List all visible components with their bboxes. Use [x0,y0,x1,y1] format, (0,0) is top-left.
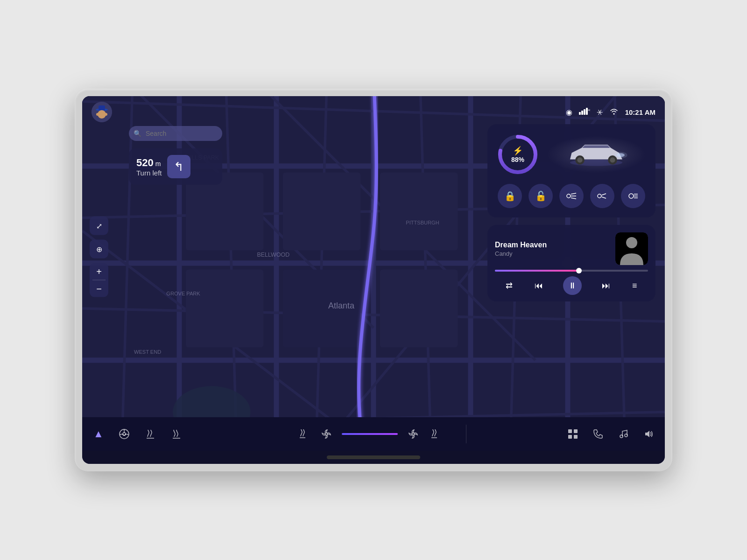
front-heat-button[interactable] [143,427,158,441]
status-icons: ◉ 4G ⚹ [566,107,655,117]
music-controls: ⇄ ⏮ ⏸ ⏭ ≡ [495,276,648,295]
nav-direction: Turn left [136,169,162,177]
shuffle-button[interactable]: ⇄ [504,279,514,293]
music-title: Dream Heaven [495,241,610,249]
unlock-button[interactable]: 🔓 [529,184,553,208]
right-heat-btn[interactable] [429,427,443,441]
svg-point-62 [598,194,601,198]
left-controls: ⤢ ⊕ + − [90,217,108,297]
svg-line-61 [571,198,576,199]
rear-heat-button[interactable] [169,427,184,441]
music-button[interactable] [616,427,630,441]
progress-bar[interactable] [495,270,648,272]
svg-rect-26 [380,173,458,250]
svg-rect-82 [568,435,572,439]
nav-text: 520 m Turn left [136,157,162,177]
search-input[interactable] [129,126,222,141]
toolbar-center [277,427,462,441]
svg-point-65 [629,194,634,198]
pause-button[interactable]: ⏸ [563,276,582,295]
svg-rect-81 [574,429,578,433]
svg-rect-44 [581,111,583,115]
music-panel: Dream Heaven Candy [487,225,655,301]
svg-line-64 [602,197,606,198]
sidelight-button[interactable] [621,184,645,208]
svg-marker-86 [645,431,649,437]
svg-rect-80 [568,429,572,433]
svg-point-57 [614,152,627,158]
vehicle-panel: ⚡ 88% [487,124,655,217]
svg-rect-39 [99,105,105,110]
svg-point-48 [613,113,614,115]
svg-text:WEST END: WEST END [134,349,161,355]
svg-point-70 [626,237,637,248]
signal-icon: 4G [579,107,590,117]
handle-bar [327,455,420,459]
svg-point-41 [96,113,99,116]
map-area: HILLS PARK BELLWOOD GROVE PARK WEST END … [82,96,665,417]
steering-button[interactable] [117,427,132,441]
car-image [546,136,646,173]
location-button[interactable]: ⊕ [90,240,108,259]
prev-button[interactable]: ⏮ [533,279,545,293]
battery-center: ⚡ 88% [511,146,524,163]
toolbar-left: ▲ [92,426,277,442]
top-bar: ◉ 4G ⚹ [82,96,665,128]
svg-text:4G: 4G [588,109,590,112]
nav-instruction: 520 m Turn left ↰ [129,148,222,185]
right-fan-btn[interactable] [406,427,420,441]
headlight-button[interactable] [559,184,584,208]
svg-rect-43 [579,112,581,115]
playlist-button[interactable]: ≡ [630,279,639,293]
search-bar[interactable]: 🔍 [129,126,222,141]
album-art-image [615,232,648,265]
car-svg [564,141,629,168]
svg-text:BELLWOOD: BELLWOOD [257,252,289,258]
expand-button[interactable]: ⤢ [90,217,108,235]
lightning-icon: ⚡ [511,146,524,156]
turn-arrow-icon: ↰ [167,155,190,178]
music-top: Dream Heaven Candy [495,232,648,265]
camera-icon: ◉ [566,108,572,117]
lock-button[interactable]: 🔒 [498,184,522,208]
svg-text:Atlanta: Atlanta [328,301,355,310]
svg-point-42 [105,113,107,116]
lowbeam-button[interactable] [590,184,614,208]
bluetooth-icon: ⚹ [597,108,603,116]
progress-thumb [576,268,582,273]
svg-text:GROVE PARK: GROVE PARK [166,291,200,296]
temp-slider[interactable] [342,433,398,435]
left-heat-btn[interactable] [297,427,311,441]
music-info: Dream Heaven Candy [495,241,610,257]
battery-ring: ⚡ 88% [497,133,539,175]
vehicle-controls: 🔒 🔓 [497,184,646,208]
svg-text:PITTSBURGH: PITTSBURGH [406,220,439,225]
volume-button[interactable] [641,427,655,441]
svg-point-58 [567,194,571,198]
bottom-toolbar: ▲ [82,417,665,451]
avatar[interactable] [92,102,112,122]
wifi-icon [609,107,619,117]
bottom-handle [82,451,665,464]
svg-point-55 [610,157,615,162]
search-icon: 🔍 [134,130,141,137]
svg-rect-83 [574,435,578,439]
device-frame: HILLS PARK BELLWOOD GROVE PARK WEST END … [75,89,672,471]
next-button[interactable]: ⏭ [600,279,612,293]
nav-button[interactable]: ▲ [92,426,106,442]
svg-rect-45 [584,109,585,115]
phone-button[interactable] [591,427,605,441]
zoom-in-button[interactable]: + [90,263,108,280]
album-art [615,232,648,265]
vehicle-top: ⚡ 88% [497,133,646,175]
clock: 10:21 AM [625,108,655,116]
left-fan-btn[interactable] [319,427,333,441]
grid-button[interactable] [566,427,580,441]
svg-point-53 [577,157,582,162]
svg-line-63 [602,194,606,195]
right-panels: ⚡ 88% [487,124,655,301]
zoom-group: + − [90,263,108,297]
toolbar-divider [466,425,466,443]
zoom-out-button[interactable]: − [90,280,108,297]
music-artist: Candy [495,250,610,257]
